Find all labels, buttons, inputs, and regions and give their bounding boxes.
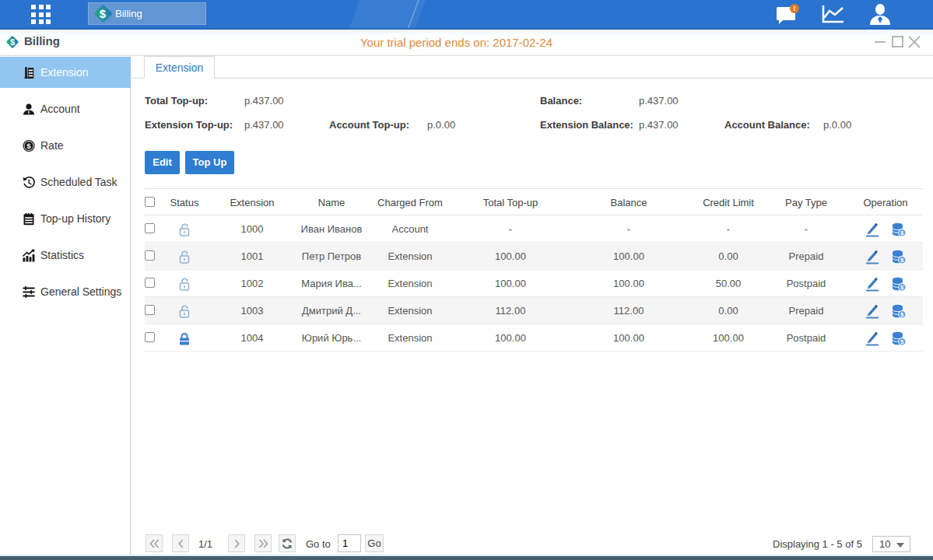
svg-text:!: !	[794, 5, 796, 12]
svg-text:$: $	[26, 141, 31, 149]
